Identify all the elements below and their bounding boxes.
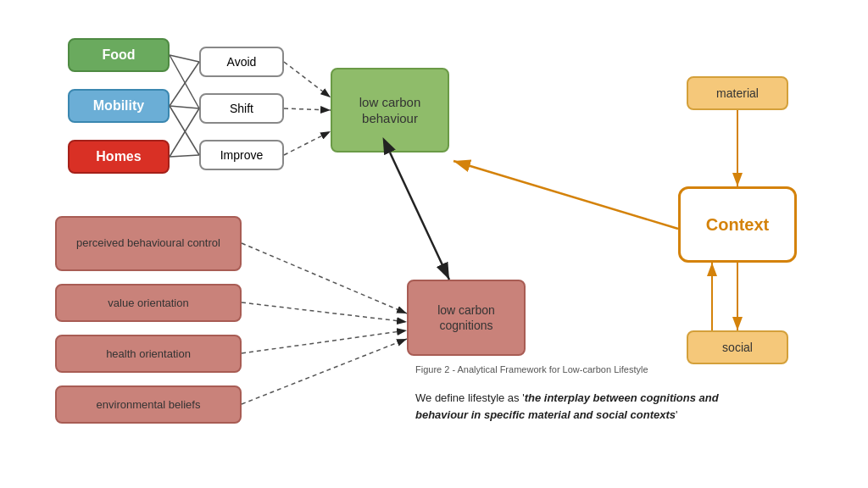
diagram: Food Mobility Homes Avoid Shift Improve … xyxy=(0,0,868,488)
svg-line-13 xyxy=(390,152,449,280)
svg-line-5 xyxy=(170,106,199,108)
svg-line-7 xyxy=(170,106,199,155)
svg-line-10 xyxy=(284,62,331,97)
ho-label: health orientation xyxy=(106,347,191,360)
eb-box: environmental beliefs xyxy=(55,385,242,424)
material-label: material xyxy=(716,86,759,100)
avoid-box: Avoid xyxy=(199,47,284,77)
improve-box: Improve xyxy=(199,140,284,170)
shift-label: Shift xyxy=(230,102,253,115)
lcc-box: low carbon cognitions xyxy=(407,280,526,356)
svg-line-4 xyxy=(170,55,199,108)
svg-line-6 xyxy=(170,62,199,106)
social-box: social xyxy=(687,330,788,364)
food-box: Food xyxy=(68,38,170,72)
context-label: Context xyxy=(706,215,769,235)
mobility-label: Mobility xyxy=(93,98,144,114)
mobility-box: Mobility xyxy=(68,89,170,123)
svg-line-16 xyxy=(242,330,407,353)
quote-emphasis: the interplay between cognitions and beh… xyxy=(415,391,719,421)
svg-line-21 xyxy=(453,161,678,229)
svg-line-12 xyxy=(284,131,331,155)
material-box: material xyxy=(687,76,788,110)
shift-box: Shift xyxy=(199,93,284,124)
avoid-label: Avoid xyxy=(227,55,257,69)
figure-caption: Figure 2 - Analytical Framework for Low-… xyxy=(415,364,648,374)
quote-block: We define lifestyle as 'the interplay be… xyxy=(415,390,754,423)
svg-line-11 xyxy=(284,108,331,110)
svg-line-3 xyxy=(170,55,199,62)
lcb-box: low carbon behaviour xyxy=(331,68,449,152)
svg-line-9 xyxy=(170,108,199,157)
homes-label: Homes xyxy=(96,149,141,164)
caption-text: Figure 2 - Analytical Framework for Low-… xyxy=(415,364,648,374)
food-label: Food xyxy=(102,47,135,63)
vo-box: value orientation xyxy=(55,284,242,322)
svg-line-17 xyxy=(242,339,407,404)
social-label: social xyxy=(722,341,753,354)
context-box: Context xyxy=(678,186,797,263)
svg-line-15 xyxy=(242,302,407,322)
lcc-label: low carbon cognitions xyxy=(415,302,517,333)
pbc-label: perceived behavioural control xyxy=(76,236,220,251)
eb-label: environmental beliefs xyxy=(97,398,201,411)
svg-line-14 xyxy=(242,243,407,313)
ho-box: health orientation xyxy=(55,335,242,373)
improve-label: Improve xyxy=(220,148,264,162)
svg-line-8 xyxy=(170,155,199,157)
vo-label: value orientation xyxy=(108,297,188,309)
pbc-box: perceived behavioural control xyxy=(55,216,242,271)
lcb-label: low carbon behaviour xyxy=(339,94,441,127)
homes-box: Homes xyxy=(68,140,170,174)
